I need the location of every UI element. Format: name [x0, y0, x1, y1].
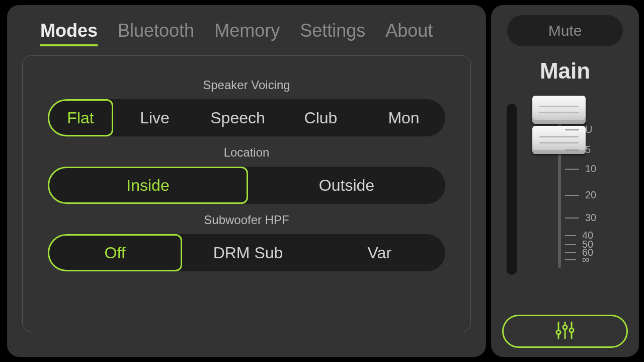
svg-point-5 — [570, 328, 574, 332]
tab-bluetooth[interactable]: Bluetooth — [118, 20, 194, 46]
scale-label: ∞ — [582, 254, 589, 265]
level-meter — [507, 104, 517, 275]
location-option-outside[interactable]: Outside — [248, 167, 445, 204]
scale-label: 5 — [585, 144, 591, 156]
voicing-option-club[interactable]: Club — [279, 99, 362, 136]
hpf-option-drmsub[interactable]: DRM Sub — [182, 234, 313, 271]
hpf-segmented: Off DRM Sub Var — [48, 234, 445, 271]
voicing-option-mon[interactable]: Mon — [362, 99, 445, 136]
hpf-option-var[interactable]: Var — [314, 234, 445, 271]
fader-handle[interactable] — [532, 96, 586, 124]
hpf-option-off[interactable]: Off — [48, 234, 182, 271]
sliders-icon — [553, 320, 577, 342]
voicing-option-live[interactable]: Live — [113, 99, 196, 136]
screen: Modes Bluetooth Memory Settings About Sp… — [0, 0, 644, 362]
voicing-section: Speaker Voicing Flat Live Speech Club Mo… — [48, 78, 445, 136]
eq-button[interactable] — [502, 315, 628, 348]
hpf-title: Subwoofer HPF — [48, 213, 445, 227]
tab-bar: Modes Bluetooth Memory Settings About — [22, 20, 471, 55]
mute-button[interactable]: Mute — [507, 15, 623, 46]
scale-label: 10 — [585, 163, 596, 175]
svg-point-3 — [556, 330, 560, 334]
fader-scale: U 5 10 20 30 40 50 60 ∞ — [565, 124, 630, 270]
voicing-option-flat[interactable]: Flat — [48, 99, 113, 136]
tab-about[interactable]: About — [385, 20, 433, 46]
location-title: Location — [48, 146, 445, 160]
voicing-segmented: Flat Live Speech Club Mon — [48, 99, 445, 136]
tab-memory[interactable]: Memory — [214, 20, 280, 46]
hpf-section: Subwoofer HPF Off DRM Sub Var — [48, 213, 445, 271]
svg-point-4 — [563, 325, 567, 329]
tab-modes[interactable]: Modes — [40, 20, 98, 46]
voicing-option-speech[interactable]: Speech — [196, 99, 279, 136]
modes-content: Speaker Voicing Flat Live Speech Club Mo… — [22, 55, 471, 332]
fader-area: U 5 10 20 30 40 50 60 ∞ — [500, 92, 630, 278]
tab-settings[interactable]: Settings — [300, 20, 365, 46]
main-channel-label: Main — [540, 58, 590, 84]
scale-label: 30 — [585, 212, 596, 224]
location-section: Location Inside Outside — [48, 146, 445, 204]
scale-label: U — [585, 124, 592, 135]
location-option-inside[interactable]: Inside — [48, 167, 248, 204]
scale-label: 20 — [585, 189, 596, 201]
voicing-title: Speaker Voicing — [48, 78, 445, 92]
side-panel: Mute Main U 5 10 20 30 40 50 60 ∞ — [491, 5, 639, 357]
location-segmented: Inside Outside — [48, 167, 445, 204]
main-panel: Modes Bluetooth Memory Settings About Sp… — [7, 5, 486, 357]
